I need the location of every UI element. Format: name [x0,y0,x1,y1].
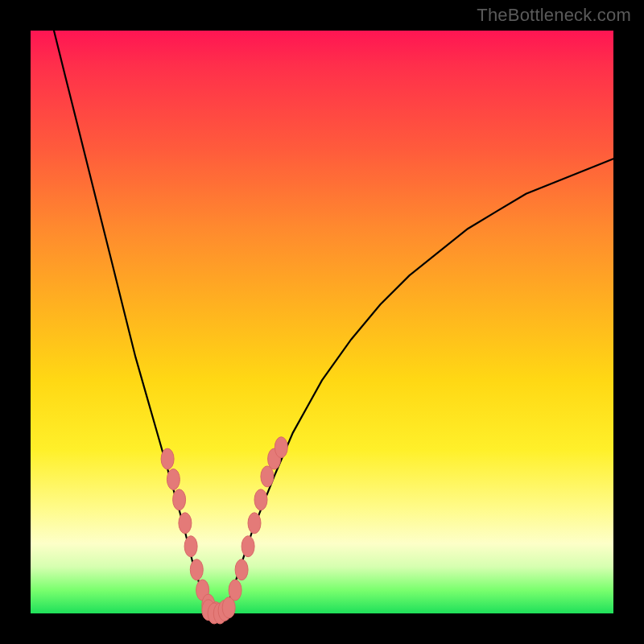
curve-marker [254,489,267,510]
chart-frame: TheBottleneck.com [0,0,644,644]
curve-marker [261,466,274,487]
curve-marker [242,536,254,557]
curve-marker [161,448,174,469]
curve-marker [167,469,180,490]
curve-marker [184,536,197,557]
curve-marker [235,559,248,580]
curve-marker [179,513,192,534]
watermark-text: TheBottleneck.com [477,5,631,26]
curve-marker [275,437,287,458]
curve-marker [229,580,242,601]
curve-marker [173,489,186,510]
curve-marker [248,513,261,534]
curve-marker [190,559,203,580]
bottleneck-curve-svg [31,31,613,613]
bottleneck-curve-path [54,31,613,613]
curve-markers [161,437,287,624]
plot-area [31,31,613,613]
